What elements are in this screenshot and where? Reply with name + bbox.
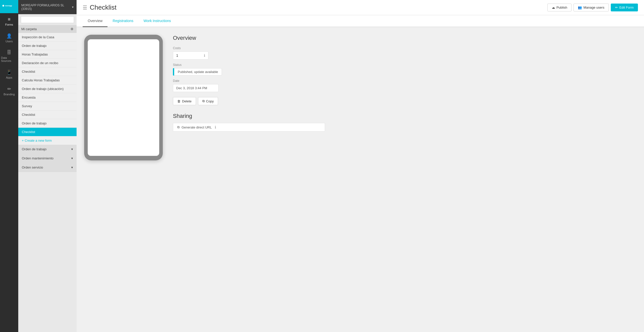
publish-label: Publish (557, 6, 567, 9)
gear-icon[interactable]: ⚙ (70, 27, 74, 31)
page-icon: ☰ (83, 5, 87, 11)
copy-icon: ⧉ (202, 99, 205, 103)
status-label: Status (173, 63, 325, 67)
status-badge: Published, update available (173, 68, 222, 76)
list-item[interactable]: Orden de trabajo (ubicación) (18, 85, 77, 93)
delete-label: Delete (182, 99, 192, 103)
list-item[interactable]: Encuesta (18, 93, 77, 102)
sidebar-item-branding[interactable]: ✏ Branding (0, 83, 18, 99)
tab-overview[interactable]: Overview (83, 15, 108, 27)
folder-group-header[interactable]: Orden mantenimiento ▾ (18, 154, 77, 163)
sidebar-item-label: Data Sources (1, 56, 17, 62)
tab-registrations[interactable]: Registrations (108, 15, 138, 27)
folder-group-label: Orden servicio (22, 165, 43, 169)
edit-form-button[interactable]: ✏ Edit Form (611, 4, 638, 11)
svg-text:moreapp: moreapp (5, 5, 12, 7)
chevron-down-icon: ▾ (71, 165, 73, 169)
top-actions: ☁ Publish 👥 Manage users ✏ Edit Form (547, 4, 638, 11)
top-bar: ☰ Checklist ☁ Publish 👥 Manage users ✏ E… (77, 0, 644, 15)
list-item[interactable]: Calcula Horas Trabajadas (18, 76, 77, 85)
search-box (18, 14, 77, 25)
folder-header[interactable]: Mi carpeta ⚙ (18, 25, 77, 33)
folder-group-orden-servicio: Orden servicio ▾ (18, 163, 77, 172)
copy-button[interactable]: ⧉ Copy (198, 97, 218, 105)
folder-group-label: Orden mantenimiento (22, 156, 53, 160)
logo: moreapp (2, 4, 17, 10)
generate-url-label: Generate direct URL (182, 125, 212, 129)
chevron-down-icon: ▾ (71, 147, 73, 151)
edit-form-label: Edit Form (619, 6, 634, 9)
folder-group-orden-trabajo: Orden de trabajo ▾ (18, 145, 77, 154)
main-content: ☰ Checklist ☁ Publish 👥 Manage users ✏ E… (77, 0, 644, 332)
sidebar-item-label: Apps (6, 76, 12, 79)
list-item[interactable]: Orden de trabajo (18, 119, 77, 128)
folder-section: Mi carpeta ⚙ Inspección de la Casa Orden… (18, 25, 77, 145)
sidebar-dark: moreapp ≡ Forms 👤 Users 🗄 Data Sources 📱… (0, 0, 18, 332)
list-item[interactable]: Checklist (18, 67, 77, 76)
list-item[interactable]: Inspección de la Casa (18, 33, 77, 42)
account-bar[interactable]: MOREAPP FORMULARIOS SL (33915) ▾ (18, 0, 77, 14)
sidebar-item-users[interactable]: 👤 Users (0, 30, 18, 46)
phone-mock (84, 35, 163, 160)
folder-group-header[interactable]: Orden servicio ▾ (18, 163, 77, 172)
branding-icon: ✏ (7, 86, 11, 92)
phone-screen (88, 39, 159, 156)
chevron-down-icon: ▾ (71, 156, 73, 160)
folder-group-orden-mantenimiento: Orden mantenimiento ▾ (18, 154, 77, 163)
list-item[interactable]: Orden de trabajo (18, 42, 77, 50)
forms-icon: ≡ (8, 17, 11, 22)
manage-users-button[interactable]: 👥 Manage users (574, 4, 609, 11)
edit-form-icon: ✏ (615, 6, 618, 9)
folder-group-label: Orden de trabajo (22, 147, 47, 151)
page-title-area: ☰ Checklist (83, 4, 543, 11)
folder-group-header[interactable]: Orden de trabajo ▾ (18, 145, 77, 154)
costs-value: 1 (176, 53, 178, 58)
sidebar-light: MOREAPP FORMULARIOS SL (33915) ▾ Mi carp… (18, 0, 77, 332)
sidebar-item-label: Branding (4, 93, 15, 96)
right-panel: Overview Costs 1 ℹ Status Published, upd… (173, 35, 325, 324)
publish-icon: ☁ (552, 6, 555, 9)
date-label: Date (173, 79, 325, 83)
list-item[interactable]: Horas Trabajadas (18, 50, 77, 59)
list-item[interactable]: Checklist (18, 110, 77, 119)
delete-icon: 🗑 (177, 99, 181, 103)
manage-users-label: Manage users (583, 6, 604, 9)
folder-name: Mi carpeta (21, 27, 37, 31)
data-sources-icon: 🗄 (7, 50, 11, 55)
sidebar-item-label: Users (6, 40, 13, 43)
phone-preview (84, 35, 163, 324)
sidebar-item-apps[interactable]: 📱 Apps (0, 66, 18, 83)
generate-url-button[interactable]: ⧉ Generate direct URL ℹ (173, 123, 325, 132)
action-buttons: 🗑 Delete ⧉ Copy (173, 97, 325, 105)
list-item[interactable]: Survey (18, 102, 77, 110)
status-text: Published, update available (174, 68, 222, 76)
date-field: Dec 3, 2018 3:44 PM (173, 84, 219, 92)
tabs-bar: Overview Registrations Work Instructions (77, 15, 644, 27)
dropdown-icon: ▾ (72, 5, 74, 9)
copy-label: Copy (206, 99, 214, 103)
search-input[interactable] (21, 16, 74, 23)
delete-button[interactable]: 🗑 Delete (173, 97, 196, 105)
costs-field: 1 ℹ (173, 51, 208, 60)
sidebar-item-forms[interactable]: ≡ Forms (0, 13, 18, 30)
url-info-icon: ℹ (215, 125, 216, 129)
sidebar-item-label: Forms (5, 23, 13, 26)
svg-marker-0 (2, 5, 4, 7)
generate-url-icon: ⧉ (177, 125, 180, 129)
sidebar-item-data-sources[interactable]: 🗄 Data Sources (0, 46, 18, 66)
account-name: MOREAPP FORMULARIOS SL (33915) (21, 4, 72, 11)
sharing-title: Sharing (173, 113, 325, 119)
costs-info-icon: ℹ (204, 53, 205, 58)
users-icon: 👤 (6, 33, 12, 39)
publish-button[interactable]: ☁ Publish (547, 4, 572, 11)
list-item[interactable]: Declaración de un recibo (18, 59, 77, 67)
content-area: Overview Costs 1 ℹ Status Published, upd… (77, 27, 644, 332)
costs-label: Costs (173, 46, 325, 50)
create-new-form[interactable]: + Create a new form (18, 136, 77, 145)
list-item-active[interactable]: Checklist (18, 128, 77, 136)
page-title: Checklist (90, 4, 116, 11)
tab-work-instructions[interactable]: Work Instructions (138, 15, 176, 27)
manage-users-icon: 👥 (578, 6, 582, 9)
overview-title: Overview (173, 35, 325, 41)
logo-area: moreapp (0, 0, 18, 13)
